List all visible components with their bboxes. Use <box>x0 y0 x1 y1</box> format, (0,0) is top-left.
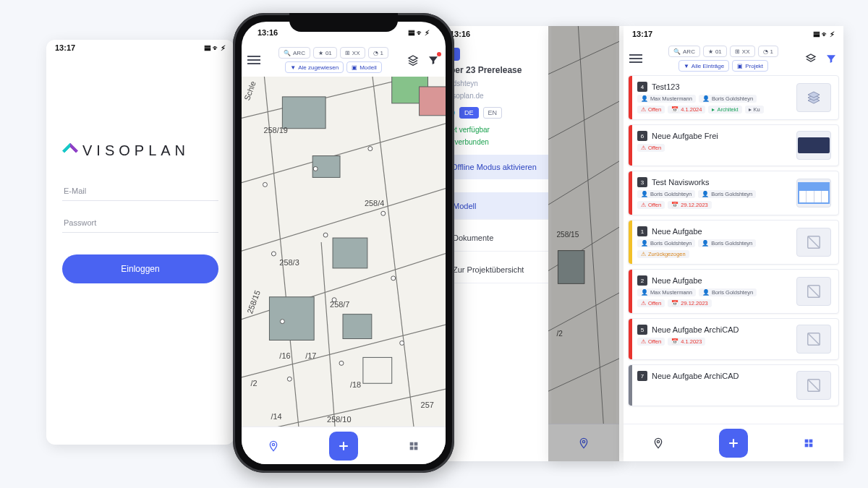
person-icon: 👤 <box>702 289 710 296</box>
task-title-text: Test123 <box>652 82 680 91</box>
svg-rect-28 <box>414 446 418 450</box>
chip-filter-all[interactable]: ▼Alle Einträge <box>678 60 729 72</box>
svg-point-36 <box>657 440 659 442</box>
layers-icon: ▣ <box>737 63 743 69</box>
chip-search[interactable]: 🔍ARC <box>668 46 700 57</box>
nav-grid-icon[interactable] <box>406 438 422 454</box>
svg-rect-26 <box>414 442 418 445</box>
tag-icon: ⊞ <box>735 48 740 55</box>
lang-en-button[interactable]: EN <box>483 107 503 119</box>
chip-favorite[interactable]: ★01 <box>313 47 337 59</box>
device-notch <box>289 13 398 32</box>
lang-de-button[interactable]: DE <box>459 107 479 119</box>
bottom-nav <box>548 424 619 461</box>
task-title-text: Neue Aufgabe Frei <box>652 132 718 140</box>
parcel-label: /14 <box>271 412 281 421</box>
chip-count[interactable]: ◔1 <box>758 46 778 57</box>
task-card[interactable]: 7Neue Aufgabe ArchiCAD <box>628 364 839 406</box>
svg-point-17 <box>381 211 386 215</box>
chip-search[interactable]: 🔍ARC <box>278 47 310 59</box>
status-bar: 13:17 ䷀ ᯤ ⚡︎ <box>624 26 843 42</box>
tag-chip: ▸Architekt <box>708 106 741 114</box>
svg-rect-40 <box>809 443 813 447</box>
task-title-text: Neue Aufgabe <box>652 276 702 285</box>
task-card[interactable]: 4Test123👤Max Mustermann👤Boris Goldshteyn… <box>628 75 839 120</box>
task-card[interactable]: 1Neue Aufgabe👤Boris Goldshteyn👤Boris Gol… <box>628 220 839 265</box>
svg-rect-6 <box>420 87 446 116</box>
layers-icon: ▣ <box>352 64 357 71</box>
task-card[interactable]: 6Neue Aufgabe Frei⚠Offen <box>628 124 839 166</box>
warning-icon: ⚠ <box>641 202 646 208</box>
filter-button[interactable] <box>427 53 440 67</box>
parcel-label: 258/19 <box>263 126 287 134</box>
password-field[interactable]: Passwort <box>62 208 218 233</box>
chip-filter-assigned[interactable]: ▼Ale zugewiesen <box>285 61 344 73</box>
top-toolbar: 🔍ARC ★01 ⊞XX ◔1 ▼Ale zugewiesen ▣Modell <box>242 43 446 77</box>
task-number: 3 <box>637 177 647 187</box>
svg-point-15 <box>271 252 276 256</box>
email-field[interactable]: E-Mail <box>62 176 218 201</box>
login-button[interactable]: Einloggen <box>62 254 218 283</box>
tag-icon: ⊞ <box>345 50 350 56</box>
status-chip: ⚠Offen <box>637 338 665 346</box>
layers-button[interactable] <box>804 52 817 65</box>
svg-point-13 <box>313 166 318 171</box>
task-card[interactable]: 3Test Navisworks👤Boris Goldshteyn👤Boris … <box>628 171 839 215</box>
assignee-chip: 👤Boris Goldshteyn <box>698 190 756 198</box>
bottom-nav <box>624 424 843 461</box>
menu-icon[interactable] <box>247 56 260 64</box>
brand-wordmark: VISOPLAN <box>82 142 190 159</box>
bottom-nav <box>242 427 446 464</box>
person-icon: 👤 <box>641 240 648 247</box>
status-time: 13:16 <box>258 28 278 37</box>
parcel-label: 258/3 <box>279 258 299 267</box>
nav-grid-icon[interactable] <box>801 435 817 451</box>
status-indicators: ䷀ ᯤ ⚡︎ <box>813 30 835 38</box>
person-icon: 👤 <box>702 95 710 102</box>
chip-xx[interactable]: ⊞XX <box>730 46 755 57</box>
menu-icon[interactable] <box>629 54 642 63</box>
layers-button[interactable] <box>407 53 420 67</box>
person-icon: 👤 <box>641 191 648 197</box>
parcel-label: /2 <box>251 379 258 388</box>
chip-scope-project[interactable]: ▣Projekt <box>732 60 768 72</box>
svg-point-24 <box>272 443 274 445</box>
chip-xx[interactable]: ⊞XX <box>340 47 365 59</box>
calendar-icon: 📅 <box>671 300 678 307</box>
svg-point-16 <box>323 233 328 237</box>
date-chip: 📅4.1.2024 <box>668 106 705 114</box>
svg-point-18 <box>280 320 284 324</box>
task-title-text: Neue Aufgabe ArchiCAD <box>652 372 739 380</box>
task-card[interactable]: 5Neue Aufgabe ArchiCAD⚠Offen📅4.1.2023 <box>628 318 839 360</box>
svg-rect-10 <box>343 314 372 339</box>
assignee-chip: 👤Boris Goldshteyn <box>698 239 756 247</box>
svg-point-22 <box>339 361 344 365</box>
svg-point-20 <box>391 276 396 281</box>
task-card[interactable]: 2Neue Aufgabe👤Max Mustermann👤Boris Golds… <box>628 269 839 314</box>
task-list[interactable]: 4Test123👤Max Mustermann👤Boris Goldshteyn… <box>624 75 843 424</box>
brand-logo: VISOPLAN <box>62 142 218 159</box>
assignee-chip: 👤Max Mustermann <box>637 288 696 296</box>
svg-rect-37 <box>805 439 809 442</box>
nav-location-icon[interactable] <box>265 438 281 454</box>
task-number: 6 <box>637 131 647 141</box>
assignee-chip: 👤Boris Goldshteyn <box>699 288 757 296</box>
date-chip: 📅4.1.2023 <box>668 338 705 346</box>
svg-point-14 <box>368 147 373 151</box>
phone-device-frame: 13:16 ䷀ ᯤ ⚡︎ 🔍ARC ★01 ⊞XX ◔1 ▼Ale zugewi… <box>233 13 454 473</box>
filter-button[interactable] <box>825 52 838 65</box>
map-canvas[interactable]: Schle 258/19 258/4 258/3 258/15 258/7 /1… <box>242 77 446 427</box>
assignee-chip: 👤Max Mustermann <box>637 95 696 103</box>
nav-add-button[interactable] <box>329 432 358 461</box>
chip-layer-model[interactable]: ▣Modell <box>346 61 382 73</box>
nav-location-icon[interactable] <box>576 435 592 451</box>
screen-map: 13:16 ䷀ ᯤ ⚡︎ 🔍ARC ★01 ⊞XX ◔1 ▼Ale zugewi… <box>242 22 446 464</box>
nav-add-button[interactable] <box>719 429 748 458</box>
status-chip: ⚠Zurückgezogen <box>637 250 689 258</box>
nav-location-icon[interactable] <box>650 435 666 451</box>
chip-favorite[interactable]: ★01 <box>703 46 727 57</box>
status-time: 13:17 <box>55 43 75 52</box>
chip-count[interactable]: ◔1 <box>368 47 388 59</box>
svg-rect-8 <box>333 238 367 268</box>
task-thumbnail <box>796 325 831 354</box>
